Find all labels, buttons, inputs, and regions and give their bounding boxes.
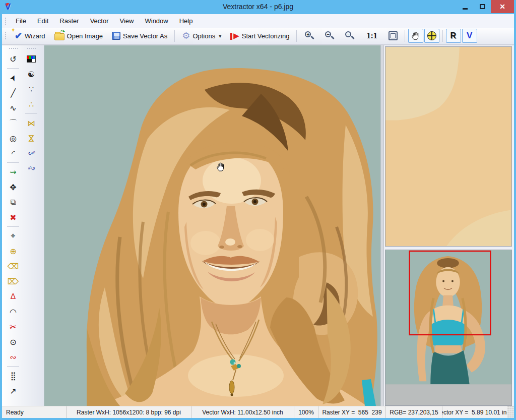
rotate-90-ccw-button[interactable]: ⁹⁰↺ (24, 161, 38, 175)
save-vector-button[interactable]: Save Vector As (107, 29, 172, 43)
center-view-button[interactable] (424, 29, 439, 43)
gear-icon: ⚙ (182, 30, 190, 41)
zoom-out-button[interactable]: − (319, 29, 340, 43)
zoom-in-icon: + (304, 30, 315, 41)
remove-dots-button[interactable]: ∴ (24, 97, 38, 111)
add-circle-node-tool[interactable]: ⊙ (6, 335, 20, 349)
flip-vertical-button[interactable]: ⋈ (24, 131, 38, 145)
maximize-icon (480, 4, 485, 9)
cut-object-tool[interactable]: ✂ (6, 320, 20, 334)
overview-thumbnail (385, 250, 511, 405)
raster-image (44, 45, 380, 406)
fit-to-window-button[interactable] (384, 29, 402, 43)
zoom-window-button[interactable]: ▫ (340, 29, 360, 43)
target-icon (427, 31, 436, 40)
close-button[interactable]: ✕ (491, 0, 514, 13)
draw-polyline-tool[interactable]: ∿ (6, 101, 20, 115)
tools-separator (7, 68, 19, 69)
show-raster-button[interactable]: R (446, 29, 461, 43)
toolbar-separator (296, 30, 297, 42)
move-node-tool[interactable]: ⌖ (6, 229, 20, 243)
menu-view[interactable]: View (114, 15, 140, 27)
delete-object-button[interactable]: ✖ (6, 210, 20, 224)
undo-button[interactable]: ↺ (6, 52, 20, 66)
side-panels (384, 45, 514, 406)
wizard-icon: ✔✦ (15, 30, 22, 41)
tools-separator (25, 113, 37, 114)
add-segment-node-tool[interactable]: ∾ (6, 350, 20, 364)
maximize-button[interactable] (474, 0, 491, 13)
pan-tool-button[interactable] (408, 29, 423, 43)
toolbar-separator (442, 30, 443, 42)
toolbar-separator (405, 30, 405, 42)
panel-splitter[interactable] (380, 45, 384, 406)
erase-node-tool[interactable]: ⌫ (6, 259, 20, 273)
zoom-in-button[interactable]: + (299, 29, 319, 43)
zoom-window-icon: ▫ (344, 30, 355, 41)
tools-grip[interactable] (27, 47, 36, 50)
toolbar-grip[interactable] (5, 32, 7, 40)
move-object-tool[interactable]: ✥ (6, 180, 20, 194)
window-title: Vextractor x64 - p6.jpg (0, 3, 516, 11)
menu-vector[interactable]: Vector (85, 15, 114, 27)
title-bar[interactable]: V Vextractor x64 - p6.jpg ✕ (0, 0, 516, 14)
options-label: Options (192, 32, 215, 40)
status-zoom-level: 100% (294, 406, 318, 418)
start-play-icon: ▶ (230, 31, 239, 40)
overview-panel[interactable] (385, 250, 512, 406)
chevron-down-icon: ▾ (219, 33, 221, 39)
zoom-view-panel[interactable] (385, 46, 512, 247)
zoom-out-icon: − (324, 30, 335, 41)
show-vector-button[interactable]: V (462, 29, 477, 43)
move-node-snap-tool[interactable]: ⊕ (6, 244, 20, 258)
menu-help[interactable]: Help (174, 15, 199, 27)
tools-separator (7, 366, 19, 367)
hand-cursor (216, 161, 226, 172)
draw-line-tool[interactable]: ╱ (6, 86, 20, 100)
minimize-button[interactable] (457, 0, 474, 13)
menu-raster[interactable]: Raster (54, 15, 84, 27)
start-vectorizing-button[interactable]: ▶ Start Vectorizing (226, 29, 294, 43)
tools-grip[interactable] (9, 47, 18, 50)
save-vector-label: Save Vector As (123, 32, 167, 40)
actual-size-button[interactable]: 1:1 (360, 29, 383, 43)
color-reduction-button[interactable] (24, 52, 38, 66)
status-rgb-value: RGB= 237,203,15 (386, 406, 442, 418)
status-vector-size: Vector WxH: 11.00x12.50 inch (191, 406, 294, 418)
menubar-grip[interactable] (5, 17, 7, 25)
save-icon (112, 32, 120, 40)
invert-colors-button[interactable]: ☯ (24, 67, 38, 81)
draw-circle-tool[interactable]: ◎ (6, 131, 20, 145)
menu-edit[interactable]: Edit (32, 15, 54, 27)
hand-icon (411, 31, 420, 41)
add-polyline-node-tool[interactable]: ∆ (6, 289, 20, 304)
edit-curve-tool[interactable]: ⌒ (6, 116, 20, 130)
raster-r-icon: R (450, 31, 457, 40)
draw-arc-tool[interactable]: ◜ (6, 146, 20, 160)
flip-horizontal-button[interactable]: ⋈ (24, 116, 38, 130)
app-window: V Vextractor x64 - p6.jpg ✕ File Edit Ra… (0, 0, 516, 420)
menu-file[interactable]: File (10, 15, 32, 27)
menu-window[interactable]: Window (139, 15, 173, 27)
fit-icon (389, 31, 398, 40)
open-image-button[interactable]: Open Image (50, 29, 108, 43)
raster-canvas[interactable] (44, 45, 380, 406)
resize-grip[interactable] (507, 406, 514, 418)
grid-points-tool[interactable]: ⣿ (6, 369, 20, 383)
options-button[interactable]: ⚙ Options ▾ (177, 29, 226, 43)
open-image-label: Open Image (67, 32, 103, 40)
open-folder-icon (54, 33, 64, 40)
wizard-button[interactable]: ✔✦ Wizard (10, 29, 50, 43)
pick-point-tool[interactable]: ↗ (6, 384, 20, 398)
erase-segment-tool[interactable]: ⌦ (6, 274, 20, 288)
rotate-90-cw-button[interactable]: ↻⁹⁰ (24, 146, 38, 160)
add-arc-node-tool[interactable]: ◠ (6, 305, 20, 319)
trace-line-tool[interactable]: ⇝ (6, 165, 20, 179)
menu-bar: File Edit Raster Vector View Window Help (2, 14, 514, 28)
status-raster-xy: Raster XY = 565 239 (318, 406, 386, 418)
despeckle-button[interactable]: ∵ (24, 82, 38, 96)
select-tool[interactable]: ➤ (6, 71, 20, 85)
status-vector-xy: Vector XY = 5.89 10.01 inch (442, 406, 507, 418)
toolbar-separator (174, 30, 175, 42)
copy-object-tool[interactable]: ⧉ (6, 195, 20, 209)
